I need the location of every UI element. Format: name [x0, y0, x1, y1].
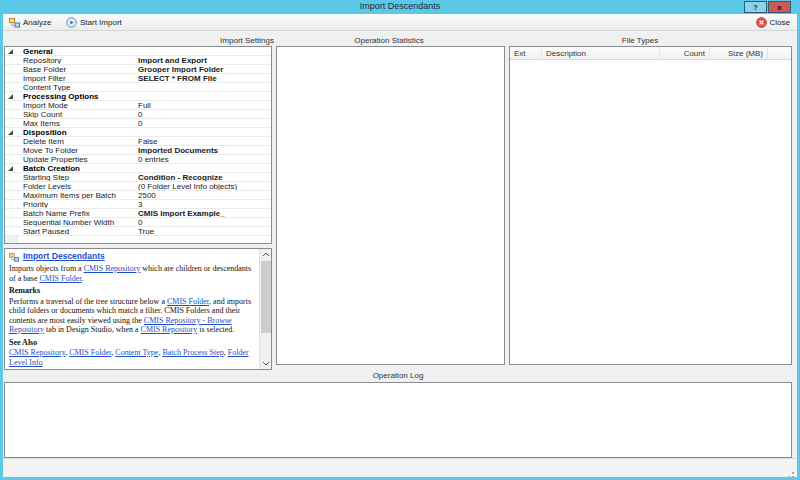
property-name: Sequential Number Width	[19, 218, 138, 226]
property-category-row[interactable]: Disposition	[5, 128, 271, 137]
row-gutter	[5, 119, 19, 127]
property-value[interactable]: 0	[138, 119, 271, 127]
property-value[interactable]: True	[138, 227, 271, 235]
property-row[interactable]: Max Items0	[5, 119, 271, 128]
file-types-column-header[interactable]: Description	[542, 47, 660, 60]
collapse-triangle-icon[interactable]	[8, 94, 13, 99]
property-name: Priority	[19, 200, 138, 208]
help-scrollbar[interactable]	[259, 249, 271, 369]
file-types-column-header[interactable]: Count	[660, 47, 710, 60]
property-value[interactable]: SELECT * FROM File	[138, 74, 271, 82]
help-link[interactable]: CMIS Folder	[69, 348, 111, 357]
scroll-down-icon[interactable]	[260, 358, 272, 369]
property-row[interactable]: RepositoryImport and Export	[5, 56, 271, 65]
operation-statistics-panel	[276, 46, 505, 365]
property-name: Skip Count	[19, 110, 138, 118]
property-row[interactable]: Move To FolderImported Documents	[5, 146, 271, 155]
property-name: Repository	[19, 56, 138, 64]
row-gutter	[5, 164, 19, 172]
analyze-icon	[9, 17, 20, 28]
scroll-up-icon[interactable]	[260, 249, 272, 260]
property-row[interactable]: Import ModeFull	[5, 101, 271, 110]
property-grid-rows: GeneralRepositoryImport and ExportBase F…	[5, 47, 271, 236]
scrollbar-thumb[interactable]	[261, 261, 271, 333]
property-value[interactable]: 0	[138, 110, 271, 118]
property-row[interactable]: Starting StepCondition - Recognize	[5, 173, 271, 182]
property-row[interactable]: Batch Name PrefixCMIS Import Example_	[5, 209, 271, 218]
help-link[interactable]: Batch Process Step	[162, 348, 223, 357]
help-text: Performs a traversal of the tree structu…	[9, 297, 167, 306]
row-gutter	[5, 110, 19, 118]
titlebar-close-button[interactable]: x	[768, 1, 791, 13]
property-value[interactable]: Grooper Import Folder	[138, 65, 271, 73]
property-category-row[interactable]: Batch Creation	[5, 164, 271, 173]
property-grid: GeneralRepositoryImport and ExportBase F…	[4, 46, 272, 244]
operation-log-panel	[4, 382, 792, 458]
property-row[interactable]: Content Type	[5, 83, 271, 92]
property-row[interactable]: Delete ItemFalse	[5, 137, 271, 146]
property-value[interactable]: Import and Export	[138, 56, 271, 64]
collapse-triangle-icon[interactable]	[8, 130, 13, 135]
row-gutter	[5, 56, 19, 64]
category-label: Processing Options	[19, 92, 99, 100]
row-gutter	[5, 83, 19, 91]
help-content: Import Descendants Imports objects from …	[5, 249, 259, 369]
window-title: Import Descendants	[0, 1, 800, 11]
property-name: Content Type	[19, 83, 138, 91]
analyze-button[interactable]: Analyze	[6, 16, 54, 29]
help-link[interactable]: CMIS Repository	[9, 348, 65, 357]
property-value[interactable]: Condition - Recognize	[138, 173, 271, 181]
help-remarks: Performs a traversal of the tree structu…	[9, 297, 255, 335]
property-row[interactable]: Folder Levels(0 Folder Level Info object…	[5, 182, 271, 191]
category-label: Batch Creation	[19, 164, 80, 172]
property-value[interactable]: Full	[138, 101, 271, 109]
close-button[interactable]: Close	[753, 16, 793, 29]
close-label: Close	[770, 18, 790, 27]
property-row[interactable]: Start PausedTrue	[5, 227, 271, 236]
file-types-header: File Types	[622, 36, 658, 45]
property-value[interactable]: 0	[138, 218, 271, 226]
start-import-button[interactable]: Start Import	[63, 16, 125, 29]
category-label: Disposition	[19, 128, 67, 136]
remarks-heading: Remarks	[9, 286, 255, 296]
row-gutter	[5, 146, 19, 154]
help-link[interactable]: Content Type	[115, 348, 158, 357]
file-types-column-header[interactable]: Size (MB)	[710, 47, 768, 60]
property-value[interactable]: 0 entries	[138, 155, 271, 163]
help-title-link[interactable]: Import Descendants	[23, 252, 105, 262]
property-value[interactable]: False	[138, 137, 271, 145]
property-row[interactable]: Sequential Number Width0	[5, 218, 271, 227]
operation-statistics-header: Operation Statistics	[354, 36, 423, 45]
property-row[interactable]: Priority3	[5, 200, 271, 209]
row-gutter	[5, 155, 19, 163]
property-row[interactable]: Skip Count0	[5, 110, 271, 119]
collapse-triangle-icon[interactable]	[8, 166, 13, 171]
analyze-label: Analyze	[23, 18, 51, 27]
help-link[interactable]: CMIS Repository	[84, 264, 141, 273]
titlebar-help-button[interactable]: ?	[744, 1, 767, 13]
property-value[interactable]: (0 Folder Level Info objects)	[138, 182, 271, 190]
property-value[interactable]: CMIS Import Example_	[138, 209, 271, 217]
property-category-row[interactable]: Processing Options	[5, 92, 271, 101]
property-value[interactable]: 2500	[138, 191, 271, 199]
property-category-row[interactable]: General	[5, 47, 271, 56]
help-link[interactable]: CMIS Repository	[141, 325, 198, 334]
property-row[interactable]: Update Properties0 entries	[5, 155, 271, 164]
row-gutter	[5, 191, 19, 199]
file-types-column-header[interactable]: Ext	[510, 47, 542, 60]
help-link[interactable]: CMIS Folder	[167, 297, 209, 306]
collapse-triangle-icon[interactable]	[8, 49, 13, 54]
property-value[interactable]	[138, 83, 271, 91]
property-row[interactable]: Maximum Items per Batch2500	[5, 191, 271, 200]
resize-grip-icon[interactable]	[785, 465, 795, 475]
help-text: is selected.	[197, 325, 234, 334]
property-value[interactable]: Imported Documents	[138, 146, 271, 154]
row-gutter	[5, 74, 19, 82]
help-pane: Import Descendants Imports objects from …	[4, 248, 272, 370]
help-link[interactable]: CMIS Folder	[39, 274, 81, 283]
property-value[interactable]: 3	[138, 200, 271, 208]
property-row[interactable]: Base FolderGrooper Import Folder	[5, 65, 271, 74]
row-gutter	[5, 92, 19, 100]
property-row[interactable]: Import FilterSELECT * FROM File	[5, 74, 271, 83]
help-text: Imports objects from a	[9, 264, 84, 273]
